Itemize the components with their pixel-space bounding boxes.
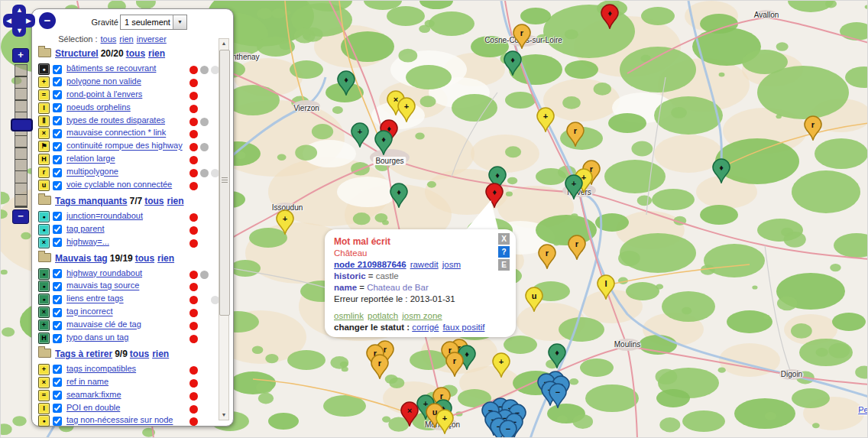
pan-left-icon[interactable]: ◀ xyxy=(6,18,11,24)
error-type-checkbox[interactable] xyxy=(53,155,62,164)
category-tous-link[interactable]: tous xyxy=(126,48,145,59)
category-title-link[interactable]: Tags manquants xyxy=(55,196,127,206)
error-type-link[interactable]: tag non-nécessaire sur node xyxy=(66,416,173,425)
map-marker-yellow-u[interactable]: u xyxy=(524,287,544,312)
error-type-checkbox[interactable] xyxy=(53,417,62,426)
category-rien-link[interactable]: rien xyxy=(157,253,174,264)
error-type-checkbox[interactable] xyxy=(53,77,62,86)
status-corrige-link[interactable]: corrigé xyxy=(412,323,439,332)
error-type-checkbox[interactable] xyxy=(53,269,62,278)
map-marker-green-diamond[interactable]: ♦ xyxy=(389,183,409,208)
error-type-checkbox[interactable] xyxy=(53,282,62,291)
error-type-checkbox[interactable] xyxy=(53,404,62,413)
scroll-up-icon[interactable]: ▲ xyxy=(219,39,228,48)
error-type-checkbox[interactable] xyxy=(53,168,62,177)
error-type-link[interactable]: junction=roundabout xyxy=(66,211,143,220)
error-type-link[interactable]: typo dans un tag xyxy=(66,333,128,342)
map-marker-orange-corner[interactable]: r xyxy=(370,354,390,379)
map-marker-orange-corner[interactable]: r xyxy=(445,352,465,377)
category-tous-link[interactable]: tous xyxy=(144,196,164,206)
map-marker-orange-corner[interactable]: r xyxy=(537,244,557,269)
pan-control[interactable]: ▲ ▼ ◀ ▶ xyxy=(3,5,35,37)
zoom-out-button[interactable]: − xyxy=(12,209,29,224)
selection-inverser-link[interactable]: inverser xyxy=(137,34,167,44)
error-type-checkbox[interactable] xyxy=(53,90,62,99)
map-marker-orange-corner[interactable]: r xyxy=(803,115,823,141)
error-type-link[interactable]: continuité rompue des highway xyxy=(66,141,183,151)
potlatch-link[interactable]: potlatch xyxy=(368,311,398,320)
scroll-down-icon[interactable]: ▼ xyxy=(219,410,228,420)
error-type-link[interactable]: mauvais tag source xyxy=(66,281,139,290)
selection-rien-link[interactable]: rien xyxy=(119,34,133,44)
error-type-checkbox[interactable] xyxy=(53,391,62,400)
dropdown-arrow-icon[interactable]: ▼ xyxy=(173,15,186,29)
error-type-checkbox[interactable] xyxy=(53,321,62,330)
category-title-link[interactable]: Mauvais tag xyxy=(55,253,108,264)
category-tous-link[interactable]: tous xyxy=(135,253,154,264)
error-type-link[interactable]: noeuds orphelins xyxy=(66,102,131,112)
map-marker-green-diamond[interactable]: ♦ xyxy=(503,50,523,76)
panel-collapse-button[interactable]: − xyxy=(39,12,56,29)
error-type-checkbox[interactable] xyxy=(53,238,62,247)
map-marker-yellow-plus[interactable]: + xyxy=(491,352,511,378)
error-type-link[interactable]: bâtiments se recouvrant xyxy=(66,63,156,73)
zoom-slider-track[interactable] xyxy=(15,64,28,208)
map-marker-green-plus[interactable]: + xyxy=(350,122,370,148)
josm-link[interactable]: josm xyxy=(442,260,461,269)
popup-help-button[interactable]: ? xyxy=(498,246,510,258)
map-marker-yellow-plus[interactable]: + xyxy=(536,107,555,132)
error-type-link[interactable]: tag incorrect xyxy=(66,307,113,316)
error-type-link[interactable]: voie cyclable non connectée xyxy=(66,180,172,189)
error-type-link[interactable]: ref in name xyxy=(66,377,108,386)
map-marker-blue-minus[interactable]: − xyxy=(498,420,518,438)
pan-up-icon[interactable]: ▲ xyxy=(16,7,23,14)
popup-close-button[interactable]: X xyxy=(498,233,510,245)
error-type-link[interactable]: tag parent xyxy=(66,224,105,233)
error-type-link[interactable]: multipolygone xyxy=(66,167,118,177)
error-type-link[interactable]: mauvaise connection * link xyxy=(66,128,166,138)
rawedit-link[interactable]: rawedit xyxy=(410,260,439,269)
zoom-in-button[interactable]: + xyxy=(12,48,29,63)
error-type-link[interactable]: polygone non valide xyxy=(66,76,141,86)
map-marker-red-diamond[interactable]: ♦ xyxy=(600,4,620,29)
selection-tous-link[interactable]: tous xyxy=(101,34,117,44)
pan-down-icon[interactable]: ▼ xyxy=(16,28,23,34)
map-marker-green-plus[interactable]: + xyxy=(564,174,584,200)
map-marker-green-diamond[interactable]: ♦ xyxy=(374,130,394,155)
zoom-slider-handle[interactable] xyxy=(11,118,33,131)
josm-zone-link[interactable]: josm zone xyxy=(402,311,442,320)
error-type-link[interactable]: relation large xyxy=(66,154,115,164)
map-marker-yellow-bar[interactable]: I xyxy=(596,274,616,300)
error-type-link[interactable]: mauvaise clé de tag xyxy=(66,320,141,329)
error-type-link[interactable]: types de routes disparates xyxy=(66,115,165,125)
map-marker-orange-corner[interactable]: r xyxy=(565,122,585,147)
scrollbar-thumb[interactable] xyxy=(219,50,230,316)
status-faux-positif-link[interactable]: faux positif xyxy=(442,323,484,332)
error-type-link[interactable]: rond-point à l'envers xyxy=(66,89,142,99)
error-type-link[interactable]: highway=... xyxy=(66,237,109,246)
map-marker-yellow-plus[interactable]: + xyxy=(435,409,455,434)
map-marker-green-diamond[interactable]: ♦ xyxy=(547,343,567,368)
map-marker-red-cross[interactable]: × xyxy=(400,401,419,427)
panel-scrollbar[interactable]: ▲ ▼ xyxy=(219,38,229,420)
error-type-checkbox[interactable] xyxy=(53,225,62,234)
map-marker-yellow-plus[interactable]: + xyxy=(397,97,416,122)
category-rien-link[interactable]: rien xyxy=(152,349,169,359)
map-marker-green-diamond[interactable]: ♦ xyxy=(711,158,731,183)
error-type-checkbox[interactable] xyxy=(53,181,62,190)
error-type-checkbox[interactable] xyxy=(53,129,62,138)
error-type-link[interactable]: liens entre tags xyxy=(66,294,124,303)
error-type-checkbox[interactable] xyxy=(53,365,62,374)
error-type-checkbox[interactable] xyxy=(53,116,62,125)
map-marker-yellow-plus[interactable]: + xyxy=(275,209,295,235)
error-type-checkbox[interactable] xyxy=(53,295,62,304)
category-title-link[interactable]: Structurel xyxy=(55,48,99,59)
pan-right-icon[interactable]: ▶ xyxy=(26,18,31,24)
gravity-select[interactable]: 1 seulement ▼ xyxy=(120,15,187,30)
node-link[interactable]: node 2109887646 xyxy=(334,260,406,269)
category-title-link[interactable]: Tags à retirer xyxy=(55,349,112,359)
error-type-checkbox[interactable] xyxy=(53,334,62,343)
error-type-checkbox[interactable] xyxy=(53,378,62,387)
map-marker-blue-minus[interactable]: − xyxy=(548,383,568,408)
error-type-checkbox[interactable] xyxy=(53,142,62,151)
